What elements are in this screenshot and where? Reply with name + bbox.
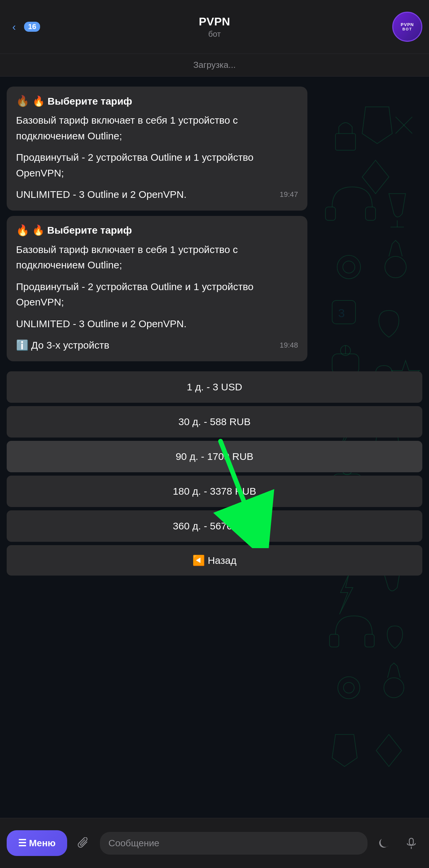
attach-button[interactable] [72, 832, 95, 854]
paperclip-icon [77, 837, 90, 849]
message1-heading: 🔥 🔥 Выберите тариф [16, 95, 298, 107]
message2-para3: UNLIMITED - 3 Outline и 2 OpenVPN. [16, 316, 298, 332]
message1-para3: UNLIMITED - 3 Outline и 2 OpenVPN. 19:47 [16, 187, 298, 203]
avatar-label: PVPN BOT [401, 22, 414, 32]
loading-bar: Загрузка... [0, 54, 429, 76]
bottom-bar: ☰ Меню Сообщение [0, 818, 429, 868]
message2-info: ℹ️ До 3-х устройств 19:48 [16, 338, 298, 353]
svg-marker-28 [376, 734, 402, 766]
header: ‹ 16 PVPN бот PVPN BOT [0, 0, 429, 54]
svg-rect-31 [409, 838, 413, 845]
button-row: 1 д. - 3 USD 30 д. - 588 RUB 90 д. - 170… [0, 371, 429, 576]
loading-text: Загрузка... [193, 60, 236, 70]
message2-para2: Продвинутый - 2 устройства Outline и 1 у… [16, 279, 298, 310]
message1-para1: Базовый тариф включает в себя 1 устройст… [16, 113, 298, 144]
svg-rect-23 [329, 634, 339, 647]
message-input-container[interactable]: Сообщение [100, 832, 368, 855]
svg-point-27 [384, 678, 404, 698]
back-button[interactable]: ◀️ Назад [7, 545, 422, 576]
unread-badge: 16 [24, 22, 40, 32]
button-90d[interactable]: 90 д. - 1709 RUB [7, 441, 422, 472]
svg-point-26 [343, 682, 354, 693]
back-chevron-icon[interactable]: ‹ [7, 20, 22, 34]
menu-button[interactable]: ☰ Меню [7, 830, 67, 856]
message2-time: 19:48 [279, 340, 298, 351]
moon-icon [378, 838, 390, 849]
avatar[interactable]: PVPN BOT [392, 12, 422, 42]
message2-para1: Базовый тариф включает в себя 1 устройст… [16, 242, 298, 273]
message1-time: 19:47 [279, 189, 298, 200]
moon-button[interactable] [373, 832, 395, 854]
chat-subtitle: бот [199, 29, 230, 39]
mic-icon [406, 838, 417, 849]
message1-para2: Продвинутый - 2 устройства Outline и 1 у… [16, 150, 298, 181]
button-30d[interactable]: 30 д. - 588 RUB [7, 406, 422, 437]
button-180d[interactable]: 180 д. - 3378 RUB [7, 475, 422, 507]
message-bubble-1: 🔥 🔥 Выберите тариф Базовый тариф включае… [7, 87, 307, 211]
header-center: PVPN бот [199, 15, 230, 39]
back-button-area[interactable]: ‹ 16 [7, 20, 40, 34]
mic-button[interactable] [400, 832, 422, 854]
chat-area: 🔥 🔥 Выберите тариф Базовый тариф включае… [0, 76, 429, 371]
button-1d[interactable]: 1 д. - 3 USD [7, 371, 422, 403]
message2-heading: 🔥 🔥 Выберите тариф [16, 224, 298, 237]
svg-point-25 [338, 677, 360, 699]
chat-title: PVPN [199, 15, 230, 28]
svg-rect-24 [365, 634, 374, 647]
message-input-placeholder: Сообщение [108, 838, 159, 848]
message-bubble-2: 🔥 🔥 Выберите тариф Базовый тариф включае… [7, 216, 307, 361]
button-360d[interactable]: 360 д. - 5676 RUB [7, 510, 422, 542]
